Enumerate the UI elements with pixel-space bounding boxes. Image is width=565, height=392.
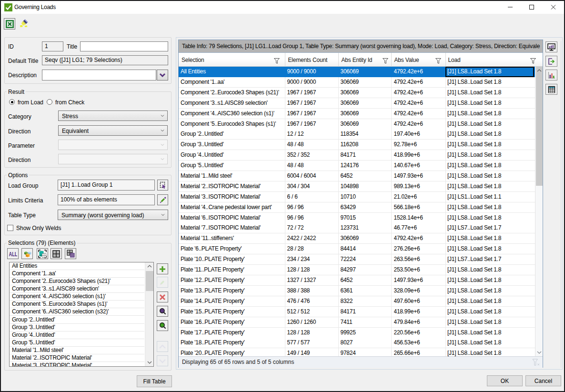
svg-text:ALL: ALL: [9, 251, 17, 257]
